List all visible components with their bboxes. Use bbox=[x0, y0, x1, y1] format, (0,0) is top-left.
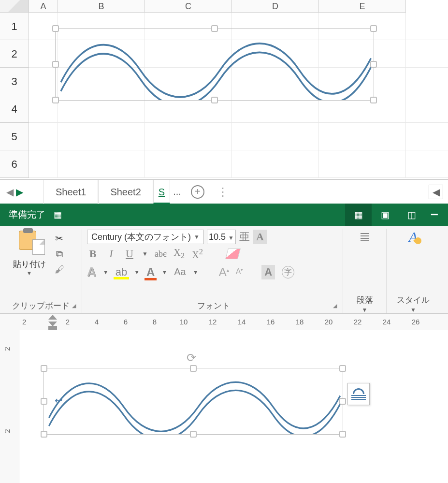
clear-formatting-icon[interactable] bbox=[225, 249, 241, 259]
strikethrough-button[interactable]: abє bbox=[155, 249, 167, 259]
resize-handle-n[interactable] bbox=[190, 365, 197, 372]
word-document-area: L 2 2468101214161820222426 2 2 ⟳ ↩ bbox=[0, 314, 448, 483]
text-effects-dropdown-icon[interactable]: ▼ bbox=[103, 269, 109, 276]
resize-handle-se[interactable] bbox=[370, 97, 377, 103]
view-page-break-icon[interactable]: ◫ bbox=[398, 204, 425, 226]
font-size-select[interactable]: 10.5 ▼ bbox=[207, 230, 236, 244]
ribbon-group-font: Century (本文のフォント) ▼ 10.5 ▼ 亜 A B I U ▼ a… bbox=[82, 229, 343, 313]
col-header-e[interactable]: E bbox=[319, 0, 406, 13]
row-header-5[interactable]: 5 bbox=[0, 123, 29, 150]
group-label-paragraph: 段落 bbox=[357, 293, 373, 307]
highlight-dropdown-icon[interactable]: ▼ bbox=[134, 269, 140, 276]
enclose-characters-icon[interactable]: 字 bbox=[282, 266, 294, 278]
resize-handle-e[interactable] bbox=[370, 61, 377, 68]
shrink-font-icon[interactable]: A▾ bbox=[236, 267, 244, 276]
font-name-value: Century (本文のフォント) bbox=[91, 230, 191, 244]
new-sheet-button[interactable]: + bbox=[191, 185, 204, 199]
resize-handle-nw[interactable] bbox=[52, 25, 59, 32]
resize-handle-w[interactable] bbox=[52, 61, 59, 68]
paragraph-icon[interactable]: ≣ bbox=[359, 229, 370, 245]
hruler-inner: 2468101214161820222426 bbox=[19, 314, 448, 330]
horizontal-ruler[interactable]: 2 2468101214161820222426 bbox=[0, 314, 448, 330]
paragraph-dropdown-icon[interactable]: ▼ bbox=[362, 307, 368, 313]
superscript-button[interactable]: X2 bbox=[192, 247, 203, 261]
vertical-ruler[interactable]: 2 2 bbox=[0, 330, 19, 483]
text-effects-icon[interactable]: A bbox=[87, 264, 96, 279]
word-ribbon: 貼り付け ▼ ✂ ⧉ 🖌 クリップボード ◢ Century (本文のフォント)… bbox=[0, 226, 448, 314]
tab-nav-next-icon[interactable]: ▶ bbox=[14, 186, 24, 198]
row-header-1[interactable]: 1 bbox=[0, 13, 29, 40]
format-painter-icon[interactable]: 🖌 bbox=[53, 263, 66, 275]
font-launcher-icon[interactable]: ◢ bbox=[333, 303, 340, 309]
underline-dropdown-icon[interactable]: ▼ bbox=[142, 250, 148, 257]
col-header-d[interactable]: D bbox=[232, 0, 319, 13]
sheet-tab-1[interactable]: Sheet1 bbox=[43, 180, 98, 204]
styles-icon[interactable]: A bbox=[409, 229, 418, 245]
vruler-num-1: 2 bbox=[3, 429, 11, 433]
view-normal-icon[interactable]: ▦ bbox=[345, 204, 372, 226]
row-header-2[interactable]: 2 bbox=[0, 40, 29, 68]
resize-handle-se[interactable] bbox=[339, 431, 346, 438]
sheet-tab-2[interactable]: Sheet2 bbox=[98, 180, 153, 204]
resize-handle-s[interactable] bbox=[211, 97, 218, 103]
tab-overflow-icon[interactable]: ... bbox=[170, 186, 184, 197]
col-header-b[interactable]: B bbox=[58, 0, 145, 13]
paste-dropdown-icon[interactable]: ▼ bbox=[27, 270, 32, 277]
zoom-out-button[interactable]: − bbox=[425, 207, 444, 222]
cell-area[interactable] bbox=[29, 13, 448, 178]
layout-line-3 bbox=[351, 399, 366, 400]
view-page-layout-icon[interactable]: ▣ bbox=[372, 204, 398, 226]
clipboard-launcher-icon[interactable]: ◢ bbox=[72, 303, 79, 309]
rotate-handle-icon[interactable]: ⟳ bbox=[187, 351, 200, 365]
paste-label: 貼り付け bbox=[13, 259, 46, 270]
font-color-icon[interactable]: A bbox=[146, 265, 155, 279]
underline-button[interactable]: U bbox=[124, 248, 135, 260]
resize-handle-s[interactable] bbox=[190, 431, 197, 438]
hscroll-left-button[interactable]: ◀ bbox=[429, 185, 443, 199]
italic-button[interactable]: I bbox=[105, 248, 117, 260]
col-header-c[interactable]: C bbox=[145, 0, 232, 13]
wave-icon bbox=[44, 368, 343, 434]
word-canvas[interactable]: ⟳ ↩ bbox=[19, 330, 448, 483]
resize-handle-ne[interactable] bbox=[370, 25, 377, 32]
resize-handle-nw[interactable] bbox=[41, 365, 47, 372]
font-name-select[interactable]: Century (本文のフォント) ▼ bbox=[87, 230, 204, 244]
hruler-num-0: 2 bbox=[66, 318, 70, 326]
paste-button[interactable] bbox=[19, 231, 40, 252]
copy-icon[interactable]: ⧉ bbox=[53, 248, 66, 260]
wave-icon bbox=[56, 29, 374, 100]
sheet-tab-3[interactable]: S bbox=[153, 180, 170, 204]
font-color-dropdown-icon[interactable]: ▼ bbox=[161, 269, 167, 276]
hruler-num-12: 26 bbox=[412, 318, 420, 326]
tab-options-icon[interactable]: ⋮ bbox=[211, 185, 233, 199]
change-case-icon[interactable]: Aa bbox=[174, 266, 186, 278]
double-wave-shape-word[interactable]: ⟳ ↩ bbox=[43, 368, 343, 435]
tab-nav-prev-icon[interactable]: ◀ bbox=[5, 186, 14, 198]
hruler-num-3: 8 bbox=[153, 318, 157, 326]
resize-handle-n[interactable] bbox=[211, 25, 218, 32]
resize-handle-ne[interactable] bbox=[339, 365, 346, 372]
phonetic-guide-icon[interactable]: 亜 bbox=[239, 230, 250, 244]
resize-handle-sw[interactable] bbox=[52, 97, 59, 103]
resize-handle-w[interactable] bbox=[41, 398, 47, 405]
character-shading-icon[interactable]: A bbox=[261, 265, 275, 279]
row-header-4[interactable]: 4 bbox=[0, 95, 29, 123]
select-all-corner[interactable] bbox=[0, 0, 29, 13]
column-header-row: A B C D E bbox=[0, 0, 448, 13]
cut-icon[interactable]: ✂ bbox=[53, 233, 66, 244]
subscript-button[interactable]: X2 bbox=[173, 247, 185, 261]
macro-record-icon[interactable]: ▦ bbox=[50, 209, 65, 220]
styles-dropdown-icon[interactable]: ▼ bbox=[410, 307, 416, 313]
bold-button[interactable]: B bbox=[87, 248, 99, 260]
character-border-icon[interactable]: A bbox=[253, 230, 267, 244]
change-case-dropdown-icon[interactable]: ▼ bbox=[193, 269, 199, 276]
col-header-a[interactable]: A bbox=[29, 0, 58, 13]
resize-handle-sw[interactable] bbox=[41, 431, 47, 438]
grow-font-icon[interactable]: A▴ bbox=[219, 265, 229, 279]
layout-options-button[interactable] bbox=[347, 383, 370, 405]
resize-handle-e[interactable] bbox=[339, 398, 346, 405]
highlight-color-icon[interactable]: ab bbox=[116, 266, 127, 278]
row-header-6[interactable]: 6 bbox=[0, 150, 29, 178]
double-wave-shape[interactable] bbox=[55, 28, 374, 101]
row-header-3[interactable]: 3 bbox=[0, 68, 29, 95]
